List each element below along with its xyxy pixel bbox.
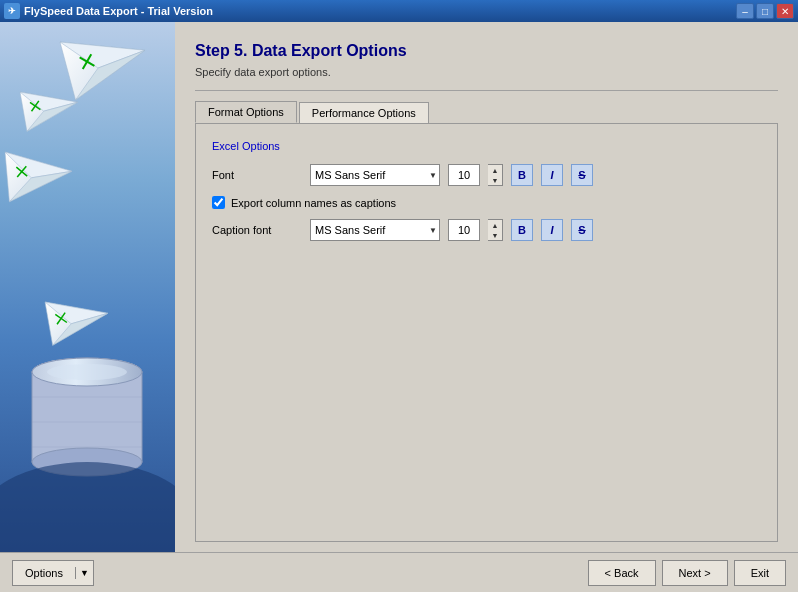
bottom-right: < Back Next > Exit	[588, 560, 786, 586]
font-label: Font	[212, 169, 302, 181]
options-button[interactable]: Options ▼	[12, 560, 94, 586]
caption-font-label: Caption font	[212, 224, 302, 236]
sidebar-illustration	[0, 22, 175, 552]
back-button[interactable]: < Back	[588, 560, 656, 586]
content-area: Step 5. Data Export Options Specify data…	[175, 22, 798, 552]
options-dropdown-arrow[interactable]: ▼	[76, 568, 93, 578]
caption-font-strikethrough-button[interactable]: S	[571, 219, 593, 241]
caption-font-row: Caption font MS Sans Serif Arial Times N…	[212, 219, 761, 241]
tab-performance-options[interactable]: Performance Options	[299, 102, 429, 123]
bottom-left: Options ▼	[12, 560, 94, 586]
export-captions-row: Export column names as captions	[212, 196, 761, 209]
caption-font-select[interactable]: MS Sans Serif Arial Times New Roman Cour…	[310, 219, 440, 241]
app-icon: ✈	[4, 3, 20, 19]
font-size-down[interactable]: ▼	[488, 175, 502, 185]
excel-options-title: Excel Options	[212, 140, 761, 152]
options-button-label: Options	[13, 567, 76, 579]
divider	[195, 90, 778, 91]
caption-font-size-up[interactable]: ▲	[488, 220, 502, 230]
tab-format-options-label: Format Options	[208, 106, 284, 118]
tab-format-options[interactable]: Format Options	[195, 101, 297, 123]
font-select-wrapper[interactable]: MS Sans Serif Arial Times New Roman Cour…	[310, 164, 440, 186]
font-italic-button[interactable]: I	[541, 164, 563, 186]
export-captions-label: Export column names as captions	[231, 197, 396, 209]
font-size-up[interactable]: ▲	[488, 165, 502, 175]
next-button[interactable]: Next >	[662, 560, 728, 586]
close-button[interactable]: ✕	[776, 3, 794, 19]
svg-point-20	[47, 364, 127, 380]
font-row: Font MS Sans Serif Arial Times New Roman…	[212, 164, 761, 186]
caption-font-bold-button[interactable]: B	[511, 219, 533, 241]
tab-panel-format: Excel Options Font MS Sans Serif Arial T…	[195, 124, 778, 542]
title-bar: ✈ FlySpeed Data Export - Trial Version –…	[0, 0, 798, 22]
font-bold-button[interactable]: B	[511, 164, 533, 186]
export-captions-checkbox[interactable]	[212, 196, 225, 209]
window-controls[interactable]: – □ ✕	[736, 3, 794, 19]
step-description: Specify data export options.	[195, 66, 778, 78]
main-layout: Step 5. Data Export Options Specify data…	[0, 22, 798, 552]
font-select[interactable]: MS Sans Serif Arial Times New Roman Cour…	[310, 164, 440, 186]
tab-bar: Format Options Performance Options	[195, 101, 778, 124]
title-bar-left: ✈ FlySpeed Data Export - Trial Version	[4, 3, 213, 19]
step-title: Step 5. Data Export Options	[195, 42, 778, 60]
caption-font-italic-button[interactable]: I	[541, 219, 563, 241]
font-size-spinner[interactable]: ▲ ▼	[488, 164, 503, 186]
svg-point-29	[0, 462, 175, 552]
minimize-button[interactable]: –	[736, 3, 754, 19]
caption-font-size-input[interactable]	[448, 219, 480, 241]
caption-font-size-spinner[interactable]: ▲ ▼	[488, 219, 503, 241]
exit-button[interactable]: Exit	[734, 560, 786, 586]
tab-performance-options-label: Performance Options	[312, 107, 416, 119]
sidebar	[0, 22, 175, 552]
font-strikethrough-button[interactable]: S	[571, 164, 593, 186]
window-title: FlySpeed Data Export - Trial Version	[24, 5, 213, 17]
font-size-input[interactable]	[448, 164, 480, 186]
caption-font-size-down[interactable]: ▼	[488, 230, 502, 240]
caption-font-select-wrapper[interactable]: MS Sans Serif Arial Times New Roman Cour…	[310, 219, 440, 241]
bottom-bar: Options ▼ < Back Next > Exit	[0, 552, 798, 592]
maximize-button[interactable]: □	[756, 3, 774, 19]
